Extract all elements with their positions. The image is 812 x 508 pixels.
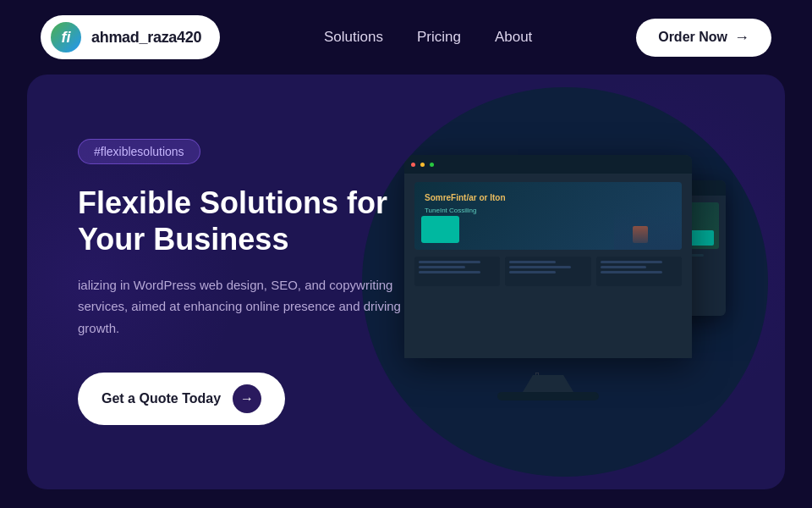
brand-pill[interactable]: fi ahmad_raza420 — [41, 15, 220, 59]
order-arrow-icon: → — [734, 29, 749, 47]
hero-right-mockup: wort Ipsum is simply dummy text of the — [362, 87, 785, 477]
mockup-inner: wort Ipsum is simply dummy text of the — [362, 87, 768, 477]
cta-arrow-icon: → — [233, 384, 261, 413]
nav-link-about[interactable]: About — [495, 29, 532, 45]
site-hero-area: SomreFint/ar or Iton TuneInt Cossiling — [414, 182, 682, 250]
content-blocks — [414, 257, 682, 286]
main-dot-yellow — [420, 163, 425, 167]
content-block-1 — [414, 257, 500, 286]
get-quote-button[interactable]: Get a Quote Today → — [78, 373, 285, 425]
hero-description: ializing in WordPress web design, SEO, a… — [78, 274, 416, 340]
content-block-3 — [596, 257, 682, 286]
monitor-stand — [523, 375, 573, 392]
hero-card: #flexiblesolutions Flexible Solutions fo… — [27, 75, 785, 489]
navbar: fi ahmad_raza420 Solutions Pricing About… — [0, 0, 812, 75]
content-block-2 — [505, 257, 590, 286]
site-mockup: wort Ipsum is simply dummy text of the — [404, 155, 726, 409]
brand-name: ahmad_raza420 — [91, 29, 201, 47]
brand-icon: fi — [51, 22, 81, 52]
main-dot-green — [430, 163, 434, 167]
order-now-button[interactable]: Order Now → — [636, 19, 771, 57]
city-background — [614, 207, 682, 250]
nav-link-solutions[interactable]: Solutions — [324, 29, 383, 45]
hero-teal-block — [421, 216, 459, 243]
monitor-base — [497, 392, 599, 400]
nav-link-pricing[interactable]: Pricing — [417, 29, 461, 45]
main-screen-nav — [404, 155, 692, 174]
hero-title: Flexible Solutions for Your Business — [78, 185, 416, 257]
main-screen-content: SomreFint/ar or Iton TuneInt Cossiling — [404, 174, 692, 295]
hero-left: #flexiblesolutions Flexible Solutions fo… — [27, 88, 416, 477]
sec-teal-block — [689, 230, 714, 246]
site-hero-main-text: SomreFint/ar or Iton — [425, 192, 672, 204]
hashtag-badge: #flexiblesolutions — [78, 139, 200, 164]
mockup-blob: wort Ipsum is simply dummy text of the — [362, 87, 768, 477]
nav-links: Solutions Pricing About — [324, 29, 532, 46]
main-screen: SomreFint/ar or Iton TuneInt Cossiling — [404, 155, 692, 358]
